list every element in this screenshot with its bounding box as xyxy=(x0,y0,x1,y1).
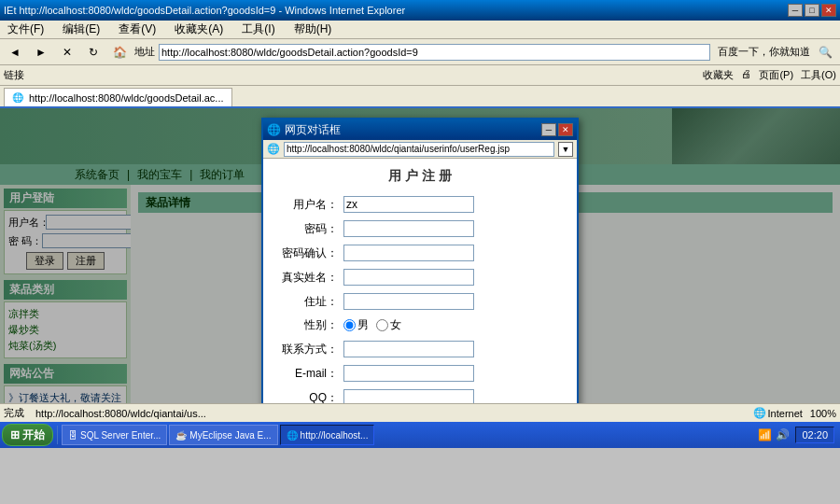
form-row-username: 用户名： xyxy=(282,196,558,213)
stop-button[interactable]: ✕ xyxy=(56,42,78,63)
modal-title-left: 🌐 网页对话框 xyxy=(267,122,341,138)
gender-female-label: 女 xyxy=(390,317,401,333)
home-button[interactable]: 🏠 xyxy=(108,42,131,63)
gender-male-radio[interactable] xyxy=(343,319,356,331)
modal-contact-input[interactable] xyxy=(343,341,474,357)
titlebar-buttons: ─ □ ✕ xyxy=(788,4,836,17)
zone-label: Internet xyxy=(768,408,803,419)
modal-confirm-input[interactable] xyxy=(343,245,474,261)
modal-email-input[interactable] xyxy=(343,365,474,382)
modal-window-icon: 🌐 xyxy=(267,123,281,136)
refresh-button[interactable]: ↻ xyxy=(82,42,105,63)
gender-male-item: 男 xyxy=(343,317,369,333)
browser-search-button[interactable]: 🔍 xyxy=(814,42,836,63)
taskbar-eclipse-icon: ☕ xyxy=(175,430,187,441)
modal-realname-input[interactable] xyxy=(343,269,474,286)
form-row-qq: QQ： xyxy=(282,389,558,403)
form-row-password: 密码： xyxy=(282,220,558,237)
taskbar-ie-label: http://localhost... xyxy=(301,430,369,441)
menu-file[interactable]: 文件(F) xyxy=(4,21,48,37)
modal-email-label: E-mail： xyxy=(282,366,338,382)
modal-page-icon: 🌐 xyxy=(267,143,280,155)
modal-qq-label: QQ： xyxy=(282,390,338,404)
taskbar-item-eclipse[interactable]: ☕ MyEclipse Java E... xyxy=(169,425,277,445)
modal-body: 用 户 注 册 用户名： 密码： 密码确认： 真 xyxy=(263,159,577,403)
internet-zone: 🌐 Internet xyxy=(753,407,803,419)
browser-titlebar: IEt http://localhost:8080/wldc/goodsDeta… xyxy=(0,0,840,21)
tools-toolbar-btn[interactable]: 工具(O) xyxy=(801,68,836,82)
form-row-address: 住址： xyxy=(282,293,558,310)
page-toolbar-btn[interactable]: 页面(P) xyxy=(759,68,793,82)
taskbar-separator xyxy=(57,426,58,444)
modal-confirm-label: 密码确认： xyxy=(282,245,338,261)
print-toolbar-btn[interactable]: 🖨 xyxy=(741,68,751,82)
menu-tools[interactable]: 工具(I) xyxy=(238,21,278,37)
modal-window: 🌐 网页对话框 ─ ✕ 🌐 ▼ 用 户 注 册 用户名： xyxy=(261,118,579,403)
form-row-gender: 性别： 男 女 xyxy=(282,317,558,333)
taskbar-item-sqlserver[interactable]: 🗄 SQL Server Enter... xyxy=(62,425,167,445)
form-row-contact: 联系方式： xyxy=(282,341,558,357)
browser-statusbar: 完成 http://localhost:8080/wldc/qiantai/us… xyxy=(0,403,840,422)
browser-title: IEt http://localhost:8080/wldc/goodsDeta… xyxy=(4,5,405,16)
gender-radio-group: 男 女 xyxy=(343,317,401,333)
gender-male-label: 男 xyxy=(357,317,369,333)
back-button[interactable]: ◄ xyxy=(4,42,26,63)
taskbar-ie-icon: 🌐 xyxy=(287,430,298,441)
taskbar-eclipse-label: MyEclipse Java E... xyxy=(189,430,271,441)
tab-label: http://localhost:8080/wldc/goodsDetail.a… xyxy=(29,92,224,104)
gender-female-radio[interactable] xyxy=(376,319,388,331)
menu-help[interactable]: 帮助(H) xyxy=(290,21,336,37)
modal-contact-label: 联系方式： xyxy=(282,342,338,357)
status-text: 完成 xyxy=(4,406,24,420)
page-content: 系统备页 | 我的宝车 | 我的订单 用户登陆 用户名： 密 码： xyxy=(0,108,840,403)
current-tab[interactable]: 🌐 http://localhost:8080/wldc/goodsDetail… xyxy=(4,88,232,106)
minimize-button[interactable]: ─ xyxy=(788,4,803,17)
address-bar: 地址 xyxy=(134,43,710,62)
modal-address-dropdown[interactable]: ▼ xyxy=(558,142,573,157)
modal-minimize-btn[interactable]: ─ xyxy=(541,123,556,136)
modal-close-btn[interactable]: ✕ xyxy=(558,123,573,136)
form-row-realname: 真实姓名： xyxy=(282,269,558,286)
status-left: 完成 http://localhost:8080/wldc/qiantai/us… xyxy=(4,406,206,420)
menu-view[interactable]: 查看(V) xyxy=(115,21,160,37)
modal-qq-input[interactable] xyxy=(343,389,474,403)
clock: 02:20 xyxy=(795,427,834,443)
status-url: http://localhost:8080/wldc/qiantai/us... xyxy=(35,408,206,419)
system-tray: 📶 🔊 xyxy=(757,427,790,442)
forward-button[interactable]: ► xyxy=(30,42,52,63)
modal-titlebar-buttons: ─ ✕ xyxy=(541,123,573,136)
search-hint: 百度一下，你就知道 xyxy=(718,45,810,59)
tab-icon: 🌐 xyxy=(12,92,23,103)
taskbar: ⊞ 开始 🗄 SQL Server Enter... ☕ MyEclipse J… xyxy=(0,422,840,448)
modal-section-title: 用 户 注 册 xyxy=(282,168,558,185)
address-input[interactable] xyxy=(159,44,710,61)
menu-favorites[interactable]: 收藏夹(A) xyxy=(171,21,227,37)
browser-menubar: 文件(F) 编辑(E) 查看(V) 收藏夹(A) 工具(I) 帮助(H) xyxy=(0,21,840,39)
modal-username-input[interactable] xyxy=(343,196,474,213)
windows-icon: ⊞ xyxy=(10,428,20,441)
taskbar-right: 📶 🔊 02:20 xyxy=(757,427,838,443)
favorites-toolbar-btn[interactable]: 收藏夹 xyxy=(703,68,734,82)
form-row-email: E-mail： xyxy=(282,365,558,382)
maximize-button[interactable]: □ xyxy=(805,4,819,17)
modal-password-input[interactable] xyxy=(343,220,474,237)
close-button[interactable]: ✕ xyxy=(821,4,836,17)
modal-password-label: 密码： xyxy=(282,221,338,237)
menu-edit[interactable]: 编辑(E) xyxy=(59,21,104,37)
start-button[interactable]: ⊞ 开始 xyxy=(2,424,53,446)
zone-icon: 🌐 xyxy=(753,407,766,419)
taskbar-item-ie[interactable]: 🌐 http://localhost... xyxy=(280,425,375,445)
modal-titlebar: 🌐 网页对话框 ─ ✕ xyxy=(263,119,577,140)
modal-title-text: 网页对话框 xyxy=(285,122,341,138)
taskbar-sqlserver-icon: 🗄 xyxy=(68,430,77,441)
modal-address-label: 住址： xyxy=(282,294,338,310)
links-toolbar: 链接 收藏夹 🖨 页面(P) 工具(O) xyxy=(0,65,840,86)
modal-address-input-field[interactable] xyxy=(343,293,474,310)
browser-toolbar: ◄ ► ✕ ↻ 🏠 地址 百度一下，你就知道 🔍 xyxy=(0,39,840,65)
modal-address-input[interactable] xyxy=(284,142,554,157)
taskbar-sqlserver-label: SQL Server Enter... xyxy=(80,430,161,441)
links-label: 链接 xyxy=(4,68,24,82)
status-right: 🌐 Internet 100% xyxy=(753,407,836,419)
start-label: 开始 xyxy=(22,427,45,443)
gender-female-item: 女 xyxy=(376,317,401,333)
